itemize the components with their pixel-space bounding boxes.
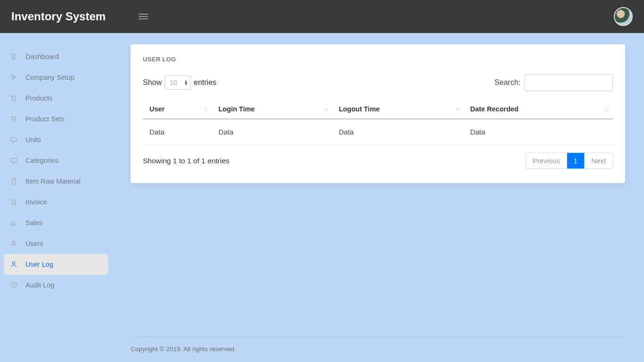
table-cell: Data	[143, 119, 212, 145]
main-content: USER LOG Show 10 ▴▾ entries Search:	[112, 33, 644, 362]
user-log-card: USER LOG Show 10 ▴▾ entries Search:	[131, 44, 625, 183]
user-icon	[9, 239, 18, 248]
svg-point-2	[12, 121, 13, 122]
sidebar-item-label: Audit Log	[25, 281, 54, 289]
column-header[interactable]: Login Time↑↓	[212, 100, 332, 119]
sidebar-item-audit-log[interactable]: Audit Log	[4, 275, 108, 295]
menu-toggle-icon[interactable]	[139, 14, 148, 19]
sidebar-item-users[interactable]: Users	[4, 233, 108, 254]
sidebar-item-units[interactable]: Units	[4, 129, 108, 150]
avatar[interactable]	[614, 7, 633, 26]
sidebar: DashboardCompany SetupProductsProduct Se…	[0, 33, 112, 362]
svg-point-9	[12, 262, 15, 264]
sidebar-item-sales[interactable]: Sales	[4, 212, 108, 233]
cart-icon	[9, 198, 18, 206]
cart-icon	[9, 115, 18, 123]
sidebar-item-label: User Log	[25, 261, 53, 268]
sidebar-item-invoice[interactable]: Invoice	[4, 192, 108, 212]
svg-point-6	[12, 204, 13, 205]
pagination-prev[interactable]: Previous	[526, 153, 566, 168]
sidebar-item-products[interactable]: Products	[4, 88, 108, 109]
pagination-page-1[interactable]: 1	[567, 153, 584, 168]
sidebar-item-label: Company Setup	[25, 74, 74, 81]
sidebar-item-item-raw-material[interactable]: Item Raw Material	[4, 171, 108, 192]
user-icon	[9, 260, 18, 269]
monitor-icon	[9, 156, 18, 165]
show-label-post: entries	[194, 78, 216, 87]
svg-point-8	[12, 241, 15, 244]
sidebar-item-label: Products	[25, 94, 52, 102]
sidebar-item-label: Product Sets	[25, 115, 65, 123]
column-header[interactable]: User↑↓	[143, 100, 212, 119]
clock-icon	[9, 281, 18, 289]
sidebar-item-label: Categories	[25, 157, 58, 164]
sidebar-item-user-log[interactable]: User Log	[4, 254, 108, 275]
sidebar-item-categories[interactable]: Categories	[4, 150, 108, 171]
svg-point-3	[15, 121, 16, 122]
column-header-label: Date Recorded	[470, 105, 518, 113]
user-log-table: User↑↓Login Time↑↓Logout Time↑↓Date Reco…	[143, 100, 613, 145]
search-input[interactable]	[524, 74, 613, 91]
topbar: Inventory System	[0, 0, 644, 33]
table-cell: Data	[212, 119, 332, 145]
svg-rect-4	[11, 137, 17, 141]
monitor-icon	[9, 135, 18, 144]
table-row: DataDataDataData	[143, 119, 613, 145]
sidebar-item-label: Users	[25, 240, 43, 247]
footer-text: Copyright © 2019. All rights reserved.	[131, 345, 236, 353]
table-info: Showing 1 to 1 of 1 entries	[143, 157, 230, 165]
sidebar-item-product-sets[interactable]: Product Sets	[4, 109, 108, 129]
brand-title: Inventory System	[11, 10, 106, 23]
search-label: Search:	[495, 78, 520, 87]
svg-point-1	[15, 100, 16, 101]
pagination-next[interactable]: Next	[584, 153, 612, 168]
sort-icon: ↑↓	[204, 106, 207, 112]
pagination: Previous 1 Next	[525, 152, 613, 169]
footer: Copyright © 2019. All rights reserved.	[131, 337, 625, 353]
sort-icon: ↑↓	[605, 106, 608, 112]
svg-rect-5	[11, 158, 17, 162]
column-header-label: Login Time	[218, 105, 255, 113]
entries-length-control: Show 10 ▴▾ entries	[143, 76, 216, 90]
sidebar-item-label: Dashboard	[25, 53, 59, 60]
svg-point-0	[12, 100, 13, 101]
column-header-label: User	[149, 105, 165, 113]
cursor-icon	[9, 73, 18, 82]
column-header[interactable]: Date Recorded↑↓	[463, 100, 613, 119]
sidebar-item-label: Invoice	[25, 198, 47, 206]
table-cell: Data	[463, 119, 613, 145]
sort-icon: ↑↓	[324, 106, 328, 112]
bars-icon	[9, 219, 18, 227]
svg-point-7	[15, 204, 16, 205]
sidebar-item-company-setup[interactable]: Company Setup	[4, 67, 108, 88]
sidebar-item-label: Sales	[25, 219, 42, 227]
entries-select[interactable]: 10	[165, 76, 191, 90]
sort-icon: ↑↓	[455, 106, 459, 112]
file-icon	[9, 177, 18, 185]
card-title: USER LOG	[143, 56, 613, 63]
sidebar-item-label: Units	[25, 136, 41, 143]
show-label-pre: Show	[143, 78, 162, 87]
column-header[interactable]: Logout Time↑↓	[332, 100, 464, 119]
column-header-label: Logout Time	[339, 105, 380, 113]
sidebar-item-label: Item Raw Material	[25, 177, 81, 185]
shield-icon	[9, 52, 18, 61]
cart-icon	[9, 94, 18, 102]
sidebar-item-dashboard[interactable]: Dashboard	[4, 46, 108, 67]
table-cell: Data	[332, 119, 464, 145]
